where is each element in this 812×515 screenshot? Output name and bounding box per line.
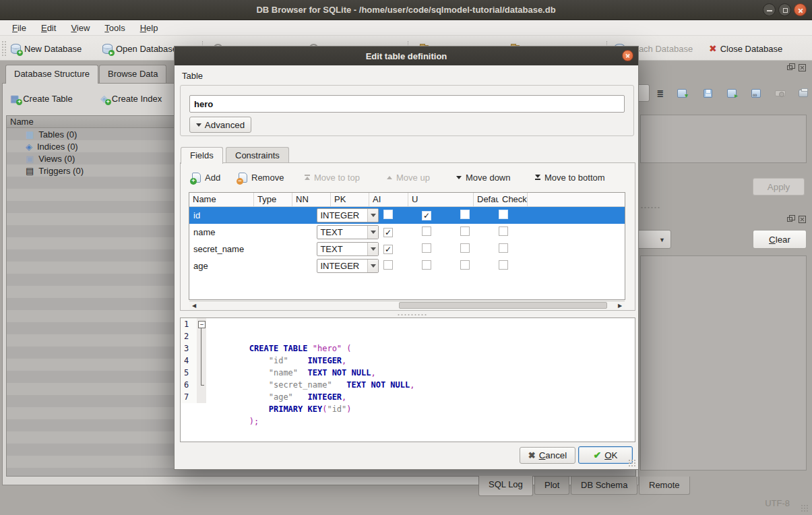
unique-checkbox[interactable] xyxy=(499,226,508,236)
column-header[interactable]: Name xyxy=(189,193,254,206)
pk-checkbox[interactable] xyxy=(422,260,431,270)
field-row[interactable]: secret_name TEXT ✓ xyxy=(189,241,625,258)
dock-float-icon[interactable] xyxy=(787,216,795,223)
print-cell-button[interactable] xyxy=(795,86,811,100)
field-row[interactable]: name TEXT ✓ xyxy=(189,224,625,241)
toolbar-drag-handle[interactable] xyxy=(2,41,6,56)
link-cell-button[interactable]: ∞ xyxy=(748,86,764,100)
set-null-button[interactable] xyxy=(772,86,788,100)
dock-tab[interactable]: DB Schema xyxy=(571,477,637,495)
nn-checkbox[interactable]: ✓ xyxy=(383,228,393,237)
field-name-cell[interactable]: secret_name xyxy=(189,244,316,254)
column-header[interactable]: PK xyxy=(331,193,369,206)
fold-marker[interactable] xyxy=(197,391,206,403)
move-down-button[interactable]: Move down xyxy=(456,169,510,185)
clear-log-button[interactable]: Clear xyxy=(753,230,807,249)
type-combo[interactable]: INTEGER xyxy=(317,259,379,273)
apply-button[interactable]: Apply xyxy=(753,178,805,195)
type-combo[interactable]: TEXT xyxy=(317,225,379,239)
field-row[interactable]: id INTEGER ✓ xyxy=(189,207,625,224)
unique-checkbox[interactable] xyxy=(499,210,508,219)
type-combo[interactable]: TEXT xyxy=(317,242,379,256)
nn-checkbox[interactable] xyxy=(383,210,393,219)
fold-marker[interactable] xyxy=(197,330,206,342)
dock-float-icon[interactable] xyxy=(787,64,795,71)
menu-item[interactable]: Tools xyxy=(98,22,131,34)
open-in-window-button[interactable]: ▸ xyxy=(724,86,740,100)
move-to-bottom-button[interactable]: Move to bottom xyxy=(535,169,605,185)
resize-grip[interactable] xyxy=(801,504,809,512)
create-table-button[interactable]: ▦+ Create Table xyxy=(10,90,73,107)
dock-tab[interactable]: Plot xyxy=(534,477,569,495)
unique-checkbox[interactable] xyxy=(499,260,508,270)
nn-checkbox[interactable] xyxy=(383,260,393,270)
type-combo[interactable]: INTEGER xyxy=(317,208,379,222)
dialog-titlebar[interactable]: Edit table definition xyxy=(175,47,638,65)
menu-item[interactable]: Edit xyxy=(34,22,63,34)
cell-editor-area[interactable] xyxy=(640,115,807,163)
tab-fields[interactable]: Fields xyxy=(181,147,223,164)
dock-tab[interactable]: SQL Log xyxy=(478,476,533,496)
pk-checkbox[interactable]: ✓ xyxy=(422,211,431,220)
column-header[interactable]: Check xyxy=(499,193,528,206)
ok-button[interactable]: ✔ OK xyxy=(578,446,633,464)
fold-marker[interactable] xyxy=(197,379,206,391)
new-database-button[interactable]: + New Database xyxy=(11,41,82,56)
ai-checkbox[interactable] xyxy=(460,226,470,236)
dock-close-icon[interactable] xyxy=(799,64,806,71)
export-cell-button[interactable] xyxy=(699,86,716,100)
add-field-button[interactable]: Add xyxy=(192,169,220,185)
dialog-resize-grip[interactable] xyxy=(628,459,636,467)
import-cell-button[interactable]: ▾ xyxy=(674,86,690,100)
ai-checkbox[interactable] xyxy=(460,243,470,253)
menu-item[interactable]: View xyxy=(64,22,96,34)
field-name-cell[interactable]: name xyxy=(189,227,316,237)
sql-preview[interactable]: 1 CREATE TABLE "hero" ( 2 "id" INTEGER, … xyxy=(180,317,635,442)
field-name-cell[interactable]: age xyxy=(189,261,316,271)
scrollbar-thumb[interactable] xyxy=(399,302,607,309)
fold-marker[interactable] xyxy=(197,342,206,355)
remove-field-button[interactable]: Remove xyxy=(239,169,284,185)
column-header[interactable]: U xyxy=(408,193,474,206)
field-row[interactable]: age INTEGER xyxy=(189,258,625,274)
scroll-left-icon[interactable]: ◀ xyxy=(189,301,199,309)
menu-item[interactable]: File xyxy=(5,22,33,34)
pk-checkbox[interactable] xyxy=(422,243,431,253)
dock-close-icon[interactable] xyxy=(799,216,806,223)
advanced-button[interactable]: Advanced xyxy=(189,117,251,133)
main-tab[interactable]: Browse Data xyxy=(99,65,166,83)
dock-tab[interactable]: Remote xyxy=(639,477,690,495)
column-header[interactable]: AI xyxy=(369,193,408,206)
fold-marker[interactable] xyxy=(197,318,206,330)
field-name-cell[interactable]: id xyxy=(189,210,316,220)
unique-checkbox[interactable] xyxy=(499,243,508,253)
dock-splitter-handle[interactable] xyxy=(640,206,660,209)
fold-marker[interactable] xyxy=(197,367,206,379)
main-tab[interactable]: Database Structure xyxy=(5,65,98,84)
fields-grid-header[interactable]: NameTypeNNPKAIUDefaultCheck xyxy=(189,193,625,207)
ai-checkbox[interactable] xyxy=(460,210,470,219)
scroll-right-icon[interactable]: ▶ xyxy=(615,301,625,309)
column-header[interactable]: Default xyxy=(474,193,499,206)
column-header[interactable]: Type xyxy=(254,193,292,206)
menu-item[interactable]: Help xyxy=(133,22,165,34)
move-up-button[interactable]: Move up xyxy=(387,169,430,185)
window-titlebar[interactable]: DB Browser for SQLite - /home/user/code/… xyxy=(0,0,812,20)
move-to-top-button[interactable]: Move to top xyxy=(305,169,360,185)
edit-cell-mode-button[interactable]: ≣ xyxy=(652,86,668,100)
fold-marker[interactable] xyxy=(197,355,206,367)
close-icon[interactable] xyxy=(794,3,807,16)
cancel-button[interactable]: ✖ Cancel xyxy=(520,447,575,464)
create-index-button[interactable]: ◈+ Create Index xyxy=(100,90,162,107)
column-header[interactable]: NN xyxy=(292,193,331,206)
ai-checkbox[interactable] xyxy=(460,260,470,270)
sql-log-area[interactable] xyxy=(640,255,807,471)
open-database-button[interactable]: ▸ Open Database xyxy=(102,41,177,56)
minimize-icon[interactable] xyxy=(763,3,776,16)
nn-checkbox[interactable]: ✓ xyxy=(383,245,393,254)
tab-constraints[interactable]: Constraints xyxy=(226,147,289,163)
horizontal-scrollbar[interactable]: ◀ ▶ xyxy=(189,301,625,309)
dialog-close-icon[interactable] xyxy=(622,50,633,61)
close-database-button[interactable]: ✖ Close Database xyxy=(709,41,782,56)
maximize-icon[interactable] xyxy=(778,3,791,16)
